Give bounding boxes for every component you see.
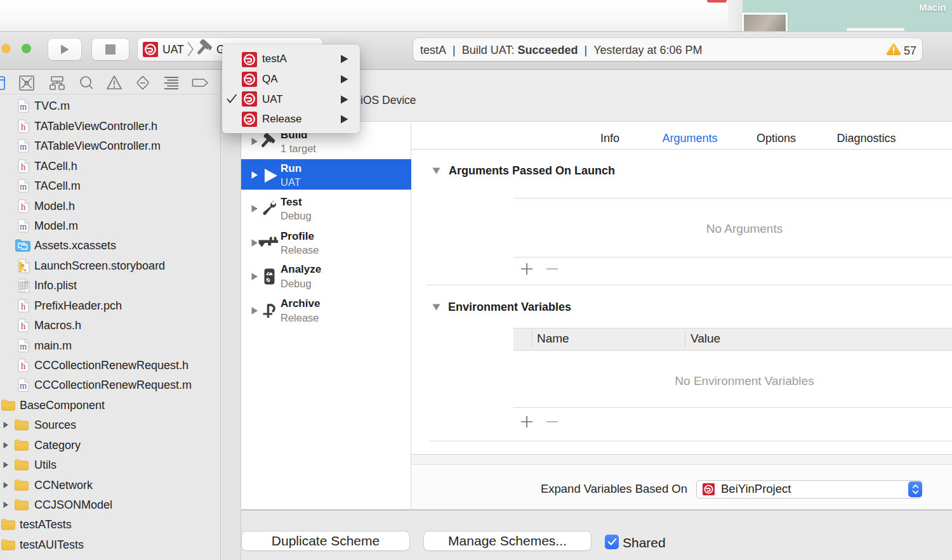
svg-text:h: h: [21, 122, 26, 132]
svg-text:h: h: [21, 301, 26, 311]
svg-text:h: h: [21, 162, 26, 172]
svg-text:h: h: [21, 321, 26, 331]
svg-text:m: m: [20, 141, 27, 152]
svg-text:m: m: [20, 101, 27, 112]
svg-text:m: m: [20, 181, 27, 192]
svg-text:h: h: [21, 202, 26, 212]
svg-text:h: h: [21, 361, 26, 371]
svg-text:m: m: [20, 221, 27, 231]
svg-text:m: m: [20, 341, 27, 351]
svg-text:m: m: [20, 381, 27, 391]
